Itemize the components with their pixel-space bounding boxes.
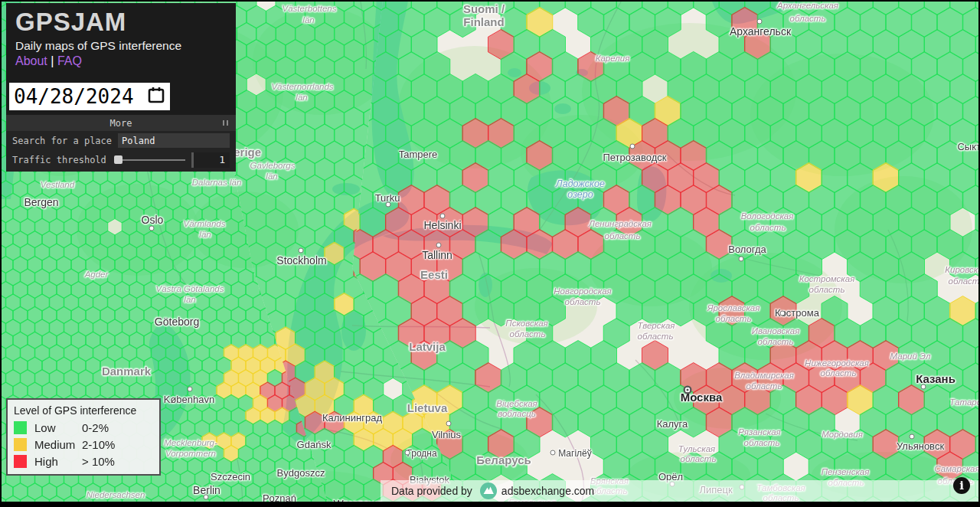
calendar-icon[interactable] [147, 86, 165, 107]
panel-options: Search for a place Poland Traffic thresh… [6, 131, 236, 172]
attribution-prefix: Data provided by [391, 485, 472, 497]
legend: Level of GPS interference Low 0-2% Mediu… [6, 398, 161, 476]
city-marker-icon [757, 19, 763, 25]
app-subtitle: Daily maps of GPS interference [15, 39, 236, 53]
slider-track[interactable] [114, 159, 186, 161]
legend-range-high: > 10% [82, 455, 115, 468]
city-marker-icon [386, 202, 391, 208]
legend-range-medium: 2-10% [82, 438, 115, 451]
city-marker-icon [446, 421, 452, 427]
search-input[interactable]: Poland [118, 133, 230, 148]
city-marker-icon [188, 387, 193, 392]
search-label: Search for a place [12, 136, 112, 146]
city-marker-icon [436, 243, 442, 248]
date-value: 04/28/2024 [14, 85, 134, 108]
attribution-bar: Data provided by adsbexchange.com [381, 480, 980, 502]
city-marker-icon [780, 311, 786, 316]
threshold-label: Traffic threshold [12, 155, 106, 165]
traffic-threshold-value[interactable]: 1 [191, 152, 230, 168]
legend-swatch-high [14, 455, 27, 468]
legend-row-high: High > 10% [14, 455, 153, 468]
legend-title: Level of GPS interference [14, 404, 153, 417]
legend-row-medium: Medium 2-10% [14, 438, 153, 451]
city-marker-icon [149, 226, 155, 231]
legend-swatch-medium [14, 438, 27, 451]
slider-handle[interactable] [114, 155, 122, 164]
legend-label-high: High [34, 455, 82, 468]
control-panel: GPSJAM Daily maps of GPS interference Ab… [6, 3, 236, 172]
traffic-threshold-slider[interactable] [114, 155, 186, 165]
legend-label-medium: Medium [34, 438, 82, 451]
more-toggle[interactable]: More [6, 115, 236, 131]
adsbexchange-logo-icon [480, 482, 497, 499]
gpsjam-app: Suomi /FinlandSverigeDanmarkEestiLatvija… [0, 0, 980, 507]
legend-range-low: 0-2% [82, 421, 109, 434]
adsbexchange-link[interactable]: adsbexchange.com [501, 485, 594, 497]
legend-label-low: Low [34, 421, 82, 434]
city-marker-icon [550, 450, 556, 456]
date-input[interactable]: 04/28/2024 [9, 83, 170, 110]
city-marker-icon [440, 214, 446, 219]
faq-link[interactable]: FAQ [57, 54, 82, 67]
city-marker-icon [910, 434, 915, 440]
city-marker-icon [630, 144, 635, 149]
more-label: More [110, 118, 132, 129]
info-button[interactable]: i [953, 477, 970, 494]
city-marker-icon [204, 495, 209, 500]
legend-row-low: Low 0-2% [14, 421, 153, 434]
drag-handle-icon[interactable] [223, 120, 228, 126]
nav-links: About | FAQ [15, 54, 236, 68]
app-title: GPSJAM [15, 8, 236, 37]
about-link[interactable]: About [15, 54, 47, 67]
nav-divider: | [51, 54, 54, 67]
city-marker-icon [739, 257, 744, 262]
capital-marker-icon [684, 386, 692, 394]
legend-swatch-low [14, 421, 27, 434]
city-marker-icon [299, 248, 304, 254]
city-marker-icon [405, 450, 410, 456]
city-marker-icon [921, 384, 926, 390]
